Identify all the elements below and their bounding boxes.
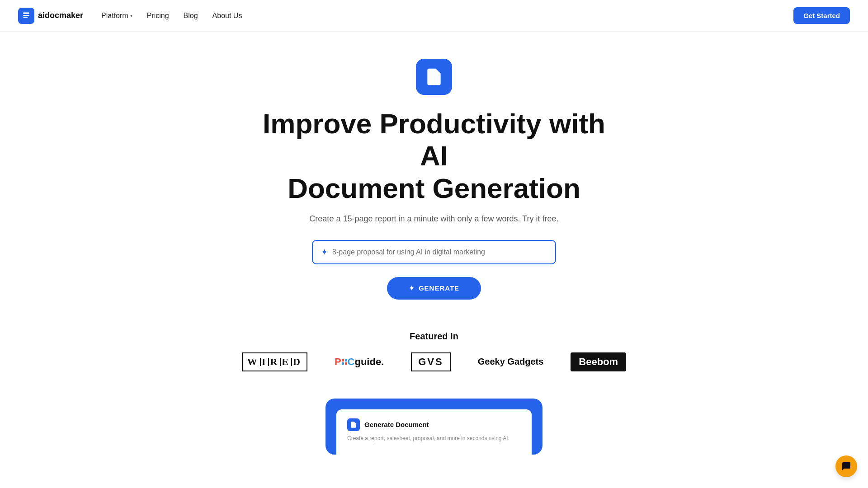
nav-item-about[interactable]: About Us	[212, 12, 242, 20]
prompt-input[interactable]	[332, 248, 547, 256]
about-link[interactable]: About Us	[212, 12, 242, 19]
doc-card-header: Generate Document	[347, 418, 521, 431]
logo-wired: WIRED	[242, 352, 307, 371]
pricing-link[interactable]: Pricing	[147, 12, 169, 19]
sparkle-icon: ✦	[321, 247, 328, 257]
hero-heading: Improve Productivity with AI Document Ge…	[258, 108, 610, 204]
logo-beebom: Beebom	[571, 352, 626, 371]
wand-icon: ✦	[409, 284, 415, 292]
doc-card-inner: Generate Document Create a report, sales…	[336, 409, 532, 455]
logos-row: WIRED P C guide. GVS Geeky Gadgets Beebo…	[242, 352, 626, 371]
featured-section: Featured In WIRED P C guide. GVS Geeky G…	[0, 318, 868, 380]
logo-icon	[18, 8, 34, 24]
generate-button[interactable]: ✦ GENERATE	[387, 277, 481, 300]
svg-rect-2	[23, 17, 28, 18]
hero-section: Improve Productivity with AI Document Ge…	[0, 32, 868, 318]
logo-pcguide: P C guide.	[335, 356, 384, 368]
nav-item-blog[interactable]: Blog	[184, 12, 198, 20]
nav-item-platform[interactable]: Platform ▾	[101, 12, 132, 20]
get-started-button[interactable]: Get Started	[793, 7, 850, 24]
hero-subtitle: Create a 15-page report in a minute with…	[309, 214, 558, 224]
doc-card-title: Generate Document	[364, 421, 429, 428]
featured-title: Featured In	[410, 331, 458, 342]
logo-gvs: GVS	[411, 352, 450, 371]
doc-card-container: Generate Document Create a report, sales…	[326, 399, 542, 455]
document-icon	[424, 67, 444, 87]
nav-item-pricing[interactable]: Pricing	[147, 12, 169, 20]
navbar: aidocmaker Platform ▾ Pricing Blog About…	[0, 0, 868, 32]
svg-rect-0	[23, 12, 29, 14]
svg-rect-1	[23, 15, 29, 16]
doc-card-icon	[347, 418, 360, 431]
logo-geeky-gadgets: Geeky Gadgets	[478, 357, 544, 367]
hero-icon	[416, 59, 452, 95]
logo[interactable]: aidocmaker	[18, 8, 83, 24]
chevron-down-icon: ▾	[130, 13, 132, 18]
bottom-section: Generate Document Create a report, sales…	[0, 380, 868, 455]
nav-links: Platform ▾ Pricing Blog About Us	[101, 12, 242, 20]
doc-card-subtitle: Create a report, salesheet, proposal, an…	[347, 435, 521, 442]
logo-text: aidocmaker	[38, 11, 83, 20]
platform-link[interactable]: Platform ▾	[101, 12, 132, 20]
blog-link[interactable]: Blog	[184, 12, 198, 19]
nav-cta: Get Started	[793, 7, 850, 24]
prompt-input-container: ✦	[312, 240, 556, 264]
